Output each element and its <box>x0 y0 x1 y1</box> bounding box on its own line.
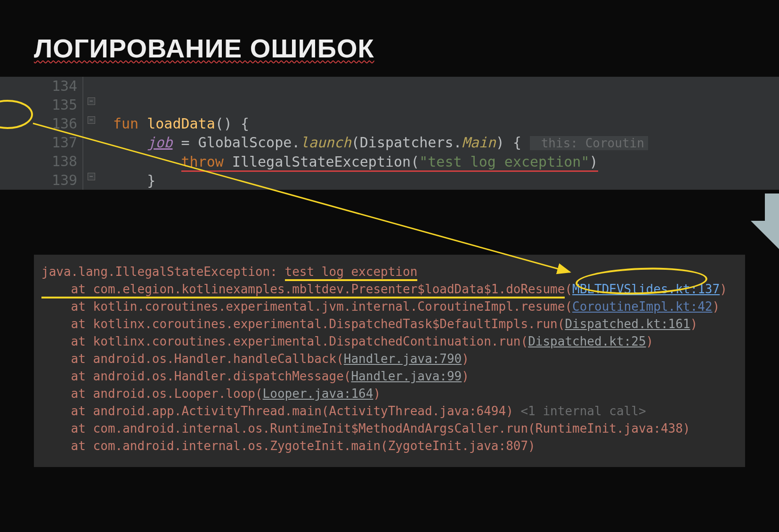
stack-line: at com.elegion.kotlinexamples.mbltdev.Pr… <box>41 281 738 298</box>
keyword-throw: throw <box>181 153 224 170</box>
stack-line: at android.os.Looper.loop(Looper.java:16… <box>41 385 738 403</box>
source-link[interactable]: Dispatched.kt:25 <box>528 334 646 348</box>
property-job: job <box>147 134 172 151</box>
slide-title: ЛОГИРОВАНИЕ ОШИБОК <box>0 0 779 64</box>
function-name: loadData <box>147 115 215 132</box>
code-text[interactable]: fun loadData() { job = GlobalScope.launc… <box>85 77 779 190</box>
inlay-hint: this: Coroutin <box>530 136 648 150</box>
dispatcher-main: Main <box>462 134 496 151</box>
keyword-fun: fun <box>113 115 138 132</box>
line-number: 139 <box>0 171 85 190</box>
source-link[interactable]: Handler.java:99 <box>351 369 462 383</box>
source-link[interactable]: Handler.java:790 <box>344 352 462 366</box>
collapsed-frames-hint[interactable]: <1 internal call> <box>520 404 646 418</box>
line-number: 137 <box>0 133 85 152</box>
code-token: = GlobalScope. <box>172 134 300 151</box>
stack-line: java.lang.IllegalStateException: test lo… <box>41 263 738 281</box>
stack-line: at kotlinx.coroutines.experimental.Dispa… <box>41 315 738 333</box>
stack-line: at kotlinx.coroutines.experimental.Dispa… <box>41 333 738 350</box>
code-token: (Dispatchers. <box>351 134 462 151</box>
line-number: 134 <box>0 77 85 96</box>
code-token: ) <box>589 153 598 170</box>
stack-line: at kotlin.coroutines.experimental.jvm.in… <box>41 298 738 315</box>
line-number: 135 <box>0 96 85 114</box>
gutter-separator <box>82 77 83 190</box>
stack-line: at com.android.internal.os.ZygoteInit.ma… <box>41 437 738 455</box>
code-token: } <box>147 172 155 189</box>
source-link[interactable]: Dispatched.kt:161 <box>565 317 690 331</box>
source-link[interactable]: Looper.java:164 <box>263 387 373 401</box>
line-number: 136 <box>0 114 85 133</box>
line-number-gutter: 134 135 136 137 138 139 − − − <box>0 77 85 190</box>
string-literal: "test log exception" <box>419 153 589 170</box>
stack-line: at android.os.Handler.handleCallback(Han… <box>41 350 738 368</box>
code-editor: 134 135 136 137 138 139 − − − fun loadDa… <box>0 77 779 190</box>
arrow-down-icon <box>0 193 779 255</box>
source-link[interactable]: CoroutineImpl.kt:42 <box>572 299 712 314</box>
highlighted-message: test log exception <box>285 265 418 281</box>
stack-line: at android.os.Handler.dispatchMessage(Ha… <box>41 368 738 385</box>
method-launch: launch <box>300 134 351 151</box>
code-token: () { <box>215 115 249 132</box>
source-link[interactable]: MBLTDEVSlides.kt:137 <box>572 282 720 296</box>
stacktrace-console: java.lang.IllegalStateException: test lo… <box>34 255 745 467</box>
stack-line: at com.android.internal.os.RuntimeInit$M… <box>41 420 738 437</box>
stack-line: at android.app.ActivityThread.main(Activ… <box>41 403 738 420</box>
line-number: 138 <box>0 152 85 171</box>
code-token: IllegalStateException( <box>224 153 419 170</box>
code-token: ) { <box>496 134 521 151</box>
